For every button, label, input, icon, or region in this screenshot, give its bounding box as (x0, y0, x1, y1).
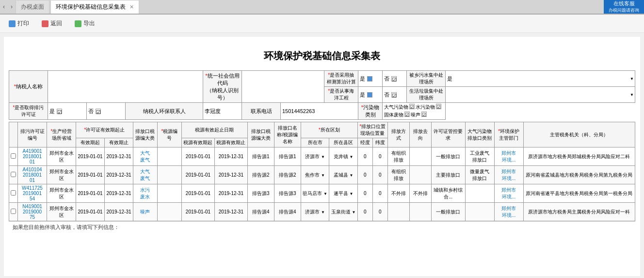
air-discharge-type-header: 大气污染物排放口类别 (465, 122, 494, 147)
row4-tax-to: 2019-12-31 (214, 203, 247, 221)
row2-outlet-big: 排告源2 (247, 166, 274, 184)
tab-home-label: 办税桌面 (21, 3, 44, 11)
contact-phone-label: 联系电话 (242, 103, 281, 120)
main-tax-dept-header: 主管税务机关（科、分局） (523, 122, 635, 147)
row2-main-dept: 原河南省孟城县地方税务局税务分局第九税务分局 (523, 166, 635, 184)
row1-outlet-name: 排告源1 (274, 147, 301, 166)
tax-source-no-header: *税源编号 (157, 122, 181, 147)
sampling-yes-checkbox[interactable] (367, 76, 372, 82)
row2-permit-no: A410104201800101 (18, 166, 47, 184)
row3-discharge-method: 不外排 (387, 184, 409, 203)
permit-yes-checkbox[interactable]: ☑ (57, 109, 62, 114)
permit-control-header: 许可证管控要求 (431, 122, 465, 147)
tab-main[interactable]: 环境保护税基础信息采集表 ✕ (50, 0, 139, 14)
row4-discharge-dir (409, 203, 431, 221)
row3-check[interactable] (9, 184, 18, 203)
water-pollution-checkbox[interactable]: ☑ (436, 104, 441, 109)
discharge-method-header: 排放方式 (387, 122, 409, 147)
production-site-header: *生产经营场所省域 (47, 122, 76, 147)
row3-permit-control: 城镇和乡村综合... (431, 184, 465, 203)
sampling-no-label: 否 (384, 75, 389, 82)
row1-permit-no: A419001201800101 (18, 147, 47, 166)
row4-check[interactable] (9, 203, 18, 221)
row2-env-dept: 郑州市环境... (494, 166, 523, 184)
solid-waste-checkbox[interactable]: ☑ (404, 112, 410, 117)
row3-valid-from: 2019-01-01 (76, 184, 105, 203)
row1-city: 济源市 ▼ (301, 147, 329, 166)
row4-tax-source-no (157, 203, 181, 221)
permit-no-header: 排污许可证编号 (18, 122, 47, 147)
row4-permit-control: 一般排放口 (431, 203, 465, 221)
noise-checkbox[interactable]: ☑ (421, 112, 427, 117)
tab-close-btn[interactable]: ✕ (129, 4, 134, 10)
air-pollution-label: 大气污染物 (384, 104, 408, 111)
row3-site: 郑州市金水区 (47, 184, 76, 203)
row2-tax-to: 2019-12-31 (214, 166, 247, 184)
tax-valid-from-header: 税源有效期起 (181, 138, 214, 147)
solid-waste-label: 固体废物 (384, 112, 403, 118)
row4-district: 玉泉街道 ▼ (329, 203, 358, 221)
tab-prev-btn[interactable]: ‹ (0, 2, 8, 11)
permit-yes-cell: 是 ☑ (48, 103, 87, 120)
tab-bar: ‹ › 办税桌面 环境保护税基础信息采集表 ✕ 在线客服 办税问题请咨询 (0, 0, 644, 15)
col-check-header (9, 122, 18, 147)
outlet-name-header: 排放口名称/税源编名称 (274, 122, 301, 147)
tax-source-valid-header: 税源有效起止日期 (181, 122, 247, 138)
tax-valid-to-header: 税源有效期止 (214, 138, 247, 147)
row3-air-type (465, 184, 494, 203)
bottom-note-text: 如果您目前抱伴填入审核，请填写下列信息： (13, 224, 119, 230)
toolbar: 打印 返回 导出 (0, 15, 644, 33)
tax-source-big-header: 排放口税源编大类 (133, 122, 157, 147)
tab-home[interactable]: 办税桌面 (16, 0, 49, 14)
back-label: 返回 (50, 19, 62, 28)
export-button[interactable]: 导出 (71, 18, 99, 29)
row1-latitude: 0 (372, 147, 387, 166)
row4-tax-source-big: 噪声 (133, 203, 157, 221)
row2-permit-control: 主要排放口 (431, 166, 465, 184)
main-content: 环境保护税基础信息采集表 *纳税人名称 *统一社会信用代码（纳税人识别号） (4, 37, 640, 276)
row2-city: 焦作市 ▼ (301, 166, 329, 184)
row4-tax-from: 2019-01-01 (181, 203, 214, 221)
table-row: N419001201900075 郑州市金水区 2019-01-01 2019-… (9, 203, 635, 221)
row1-permit-control: 一般排放口 (431, 147, 465, 166)
row4-site: 郑州市金水区 (47, 203, 76, 221)
online-help-btn[interactable]: 在线客服 办税问题请咨询 (604, 0, 644, 14)
collective-sewage-value: 是▼ (446, 71, 635, 87)
noise-label: 噪声 (411, 112, 420, 118)
credit-code-label: *统一社会信用代码（纳税人识别号） (203, 71, 242, 103)
tab-next-btn[interactable]: › (8, 2, 16, 11)
export-label: 导出 (83, 19, 95, 28)
row1-env-dept: 郑州市环境... (494, 147, 523, 166)
collective-waste-label: 生活垃圾集中处理场所 (407, 87, 446, 103)
row4-latitude: 0 (372, 203, 387, 221)
collective-sewage-label: 被乡污水集中处理场所 (407, 71, 446, 87)
print-button[interactable]: 打印 (5, 18, 33, 29)
row1-check[interactable] (9, 147, 18, 166)
online-help-sub: 办税问题请咨询 (609, 7, 639, 14)
row2-check[interactable] (9, 166, 18, 184)
outlet-code-big-header: 排放口税源编大类 (247, 122, 274, 147)
row2-latitude: 0 (372, 166, 387, 184)
row4-air-type (465, 203, 494, 221)
top-info-table: *纳税人名称 *统一社会信用代码（纳税人识别号） *是否采用抽样测算治计算 是 … (9, 70, 635, 120)
row1-longitude: 0 (357, 147, 372, 166)
row1-outlet-big: 排告源1 (247, 147, 274, 166)
back-icon (42, 20, 48, 27)
air-pollution-checkbox[interactable]: ☑ (409, 104, 415, 109)
row1-main-dept: 原济源市地方税务局郑城税务分局风险应对二科 (523, 147, 635, 166)
row3-valid-to: 2019-12-31 (104, 184, 133, 203)
permit-no-checkbox[interactable]: ☑ (96, 109, 101, 114)
row3-discharge-dir: 不外排 (409, 184, 431, 203)
table-row: A410104201800101 郑州市金水区 2019-01-01 2019-… (9, 166, 635, 184)
sampling-no-checkbox[interactable]: ☑ (391, 76, 397, 82)
back-button[interactable]: 返回 (38, 18, 66, 29)
print-label: 打印 (17, 19, 29, 28)
longitude-header: 经度 (357, 138, 372, 147)
row4-city: 济源市 ▼ (301, 203, 329, 221)
marine-yes-checkbox[interactable] (367, 92, 372, 98)
row1-valid-to: 2019-12-31 (104, 147, 133, 166)
taxpayer-name-label: *纳税人名称 (9, 71, 48, 103)
marine-no-checkbox[interactable]: ☑ (391, 92, 397, 98)
row2-tax-from: 2019-01-01 (181, 166, 214, 184)
online-help-label: 在线客服 (613, 0, 635, 7)
